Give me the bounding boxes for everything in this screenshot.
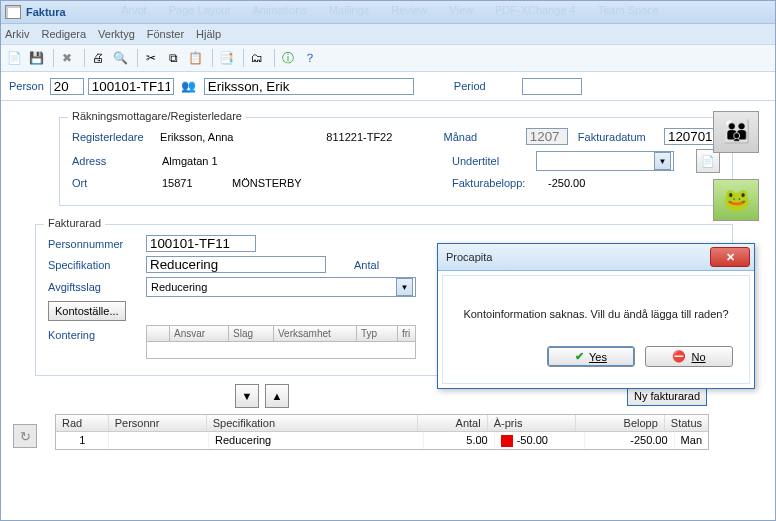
kontering-label: Kontering [48, 325, 140, 341]
fbelopp-label: Fakturabelopp: [452, 177, 542, 189]
ny-fakturarad-button[interactable]: Ny fakturarad [627, 386, 707, 406]
menu-redigera[interactable]: Redigera [41, 28, 86, 40]
manad-label: Månad [444, 131, 520, 143]
rows-table: Rad Personnr Specifikation Antal À-pris … [55, 414, 709, 450]
kontering-grid-header: Ansvar Slag Verksamhet Typ fri [146, 325, 416, 342]
undertitel-label: Undertitel [452, 155, 530, 167]
refresh-button[interactable]: ↻ [13, 424, 37, 448]
adress-value: Almgatan 1 [162, 155, 452, 167]
window-title: Faktura [26, 6, 66, 18]
menu-verktyg[interactable]: Verktyg [98, 28, 135, 40]
save-icon[interactable]: 💾 [27, 49, 45, 67]
chevron-down-icon: ▼ [396, 278, 413, 296]
prev-button[interactable]: ▼ [235, 384, 259, 408]
h-pnr[interactable]: Personnr [109, 415, 207, 431]
table-row[interactable]: 1 Reducering 5.00 -50.00 -250.00 Man [56, 432, 708, 449]
person-id-input[interactable] [88, 78, 174, 95]
col-fri: fri [398, 326, 415, 341]
fakturarad-legend: Fakturarad [44, 217, 105, 229]
pnr-label: Personnummer [48, 238, 140, 250]
regled-name: Eriksson, Anna [160, 131, 326, 143]
c-rad: 1 [56, 432, 109, 449]
next-button[interactable]: ▲ [265, 384, 289, 408]
h-antal[interactable]: Antal [418, 415, 488, 431]
person-label: Person [9, 80, 44, 92]
pnr-input[interactable] [146, 235, 256, 252]
avgslag-label: Avgiftsslag [48, 281, 140, 293]
find-icon[interactable]: 🔍 [111, 49, 129, 67]
h-apris[interactable]: À-pris [488, 415, 577, 431]
c-apris: -50.00 [495, 432, 585, 449]
menu-arkiv[interactable]: Arkiv [5, 28, 29, 40]
task-icon[interactable]: 📑 [217, 49, 235, 67]
h-status[interactable]: Status [665, 415, 708, 431]
menu-hjalp[interactable]: Hjälp [196, 28, 221, 40]
ort-code: 15871 [162, 177, 232, 189]
person-bar: Person 👥 Period [1, 72, 775, 101]
spec-input[interactable] [146, 256, 326, 273]
col-ansvar: Ansvar [170, 326, 229, 341]
undertitel-select[interactable]: ▼ [536, 151, 674, 171]
manad-input [526, 128, 568, 145]
person-name-input[interactable] [204, 78, 414, 95]
ort-name: MÖNSTERBY [232, 177, 452, 189]
dialog-message: Kontoinformation saknas. Vill du ändå lä… [459, 308, 733, 320]
dialog-title: Procapita [446, 251, 492, 263]
menu-fonster[interactable]: Fönster [147, 28, 184, 40]
minus-circle-icon: ⛔ [672, 350, 686, 363]
print-icon[interactable]: 🖨 [89, 49, 107, 67]
copy-icon[interactable]: ⧉ [164, 49, 182, 67]
close-button[interactable]: ✕ [710, 247, 750, 267]
chevron-down-icon: ▼ [654, 152, 671, 170]
col-typ: Typ [357, 326, 398, 341]
settings-icon[interactable]: 🗂 [248, 49, 266, 67]
register-group: Räkningsmottagare/Registerledare Registe… [59, 117, 733, 206]
family-icon[interactable]: 👪 [713, 111, 759, 153]
h-rad[interactable]: Rad [56, 415, 109, 431]
c-belopp: -250.00 [585, 432, 675, 449]
col-verksamhet: Verksamhet [274, 326, 357, 341]
help-icon[interactable]: ？ [301, 49, 319, 67]
app-icon [5, 5, 21, 19]
dialog-titlebar: Procapita ✕ [438, 244, 754, 271]
col-slag: Slag [229, 326, 274, 341]
h-belopp[interactable]: Belopp [576, 415, 665, 431]
h-spec[interactable]: Specifikation [207, 415, 418, 431]
red-square-icon [501, 435, 513, 447]
paste-icon[interactable]: 📋 [186, 49, 204, 67]
frog-icon[interactable]: 🐸 [713, 179, 759, 221]
fbelopp-value: -250.00 [548, 177, 618, 189]
c-antal: 5.00 [424, 432, 495, 449]
toolbar: 📄 💾 ✖ 🖨 🔍 ✂ ⧉ 📋 📑 🗂 ⓘ ？ [1, 45, 775, 72]
background-tabs: ArvotPage LayoutAnimationsMailingsReview… [121, 4, 767, 20]
new-icon[interactable]: 📄 [5, 49, 23, 67]
adress-label: Adress [72, 155, 156, 167]
fdatum-label: Fakturadatum [578, 131, 658, 143]
kontostalle-button[interactable]: Kontoställe... [48, 301, 126, 321]
person-no-input[interactable] [50, 78, 84, 95]
check-icon: ✔ [575, 350, 584, 363]
confirm-dialog: Procapita ✕ Kontoinformation saknas. Vil… [437, 243, 755, 389]
no-button[interactable]: ⛔ No [645, 346, 733, 367]
regled-pn: 811221-TF22 [326, 131, 443, 143]
period-input[interactable] [522, 78, 582, 95]
menu-bar: Arkiv Redigera Verktyg Fönster Hjälp [1, 24, 775, 45]
table-header: Rad Personnr Specifikation Antal À-pris … [56, 415, 708, 432]
avgslag-value: Reducering [151, 281, 207, 293]
info-icon[interactable]: ⓘ [279, 49, 297, 67]
person-lookup-icon[interactable]: 👥 [180, 77, 198, 95]
fdatum-input[interactable] [664, 128, 720, 145]
period-label: Period [454, 80, 486, 92]
delete-icon[interactable]: ✖ [58, 49, 76, 67]
c-status: Man [675, 432, 708, 449]
kontering-grid-body[interactable] [146, 342, 416, 359]
c-spec: Reducering [209, 432, 424, 449]
cut-icon[interactable]: ✂ [142, 49, 160, 67]
avgslag-select[interactable]: Reducering ▼ [146, 277, 416, 297]
c-pnr [109, 432, 209, 449]
ort-label: Ort [72, 177, 156, 189]
spec-label: Specifikation [48, 259, 140, 271]
title-bar: Faktura ArvotPage LayoutAnimationsMailin… [1, 1, 775, 24]
register-legend: Räkningsmottagare/Registerledare [68, 110, 246, 122]
yes-button[interactable]: ✔ Yes [547, 346, 635, 367]
